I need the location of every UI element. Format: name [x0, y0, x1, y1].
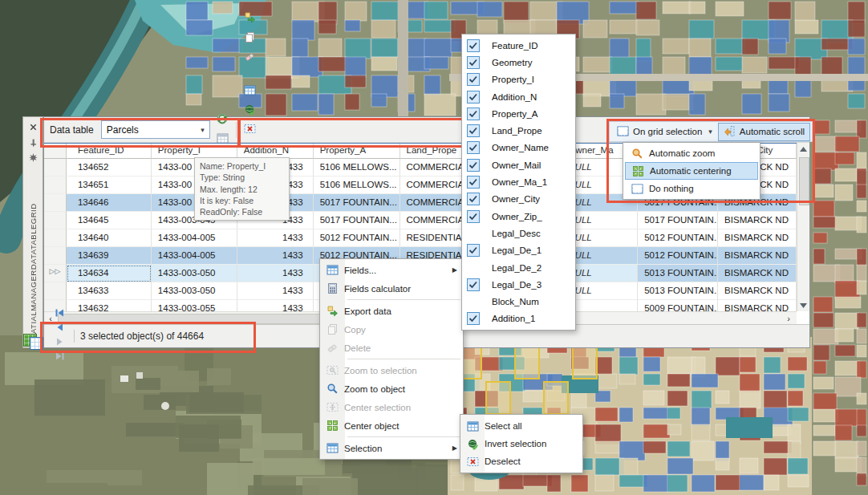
checkbox-checked-icon[interactable]: [467, 210, 480, 223]
refresh-globe-button[interactable]: [213, 111, 232, 130]
cell-property_i[interactable]: 1433-004-005: [152, 247, 237, 265]
go-first-button[interactable]: [51, 307, 68, 322]
field-list-item[interactable]: Land_Prope: [462, 122, 575, 139]
context-menu-item-delete[interactable]: Delete: [320, 339, 463, 357]
cell-property_i[interactable]: 1433-003-050: [152, 265, 237, 282]
row-indicator[interactable]: [44, 176, 67, 194]
checkbox-checked-icon[interactable]: [467, 176, 480, 189]
zoom-globe-button[interactable]: [241, 101, 259, 120]
checkbox-checked-icon[interactable]: [467, 278, 480, 291]
checkbox-checked-icon[interactable]: [467, 73, 480, 86]
cell-addition_n[interactable]: 1433: [237, 300, 314, 311]
cell-feature_id[interactable]: 134639: [67, 247, 152, 265]
checkbox-unchecked-icon[interactable]: [467, 295, 480, 308]
cell-owner_addr[interactable]: 5013 FOUNTAIN...: [638, 282, 718, 300]
cell-property_a[interactable]: 5106 MELLOWS...: [314, 159, 400, 176]
automatic-scroll-button[interactable]: Automatic scroll: [718, 123, 810, 141]
field-list-item[interactable]: Owner_Name: [462, 140, 575, 156]
cell-feature_id[interactable]: 134633: [67, 282, 152, 300]
cell-feature_id[interactable]: 134640: [67, 229, 152, 247]
scroll-up-icon[interactable]: [797, 143, 809, 155]
checkbox-unchecked-icon[interactable]: [467, 262, 480, 274]
checkbox-checked-icon[interactable]: [467, 39, 480, 52]
field-list-item[interactable]: Block_Num: [462, 293, 575, 310]
scroll-down-icon[interactable]: [797, 299, 809, 311]
cell-property_a[interactable]: 5017 FOUNTAIN...: [314, 212, 400, 229]
col-header-feature_id[interactable]: Feature_ID: [67, 144, 152, 159]
export-data-button[interactable]: [241, 10, 259, 29]
delete-eraser-button[interactable]: [241, 48, 259, 67]
context-menu-item-zoom-to-selection[interactable]: Zoom to selection: [320, 361, 463, 379]
cell-feature_id[interactable]: 134646: [67, 194, 152, 212]
deselect-button[interactable]: [241, 120, 259, 140]
cell-owner_city[interactable]: BISMARCK ND: [718, 247, 797, 265]
field-list-item[interactable]: Legal_De_2: [462, 259, 575, 276]
context-menu-item-export-data[interactable]: Export data: [320, 302, 463, 320]
submenu-item-select-all[interactable]: Select all: [460, 417, 582, 435]
context-menu-item-fields[interactable]: Fields...▶: [320, 261, 463, 279]
cell-owner_addr[interactable]: 5012 FOUNTAIN...: [638, 229, 718, 247]
checkbox-checked-icon[interactable]: [467, 312, 480, 325]
checkbox-checked-icon[interactable]: [467, 124, 480, 137]
row-indicator[interactable]: [44, 212, 67, 229]
checkbox-checked-icon[interactable]: [467, 108, 480, 120]
field-list-item[interactable]: Legal_Desc: [462, 225, 575, 241]
row-indicator[interactable]: [44, 282, 67, 300]
on-grid-selection-button[interactable]: On grid selection ▾: [611, 123, 718, 141]
field-list-item[interactable]: Property_A: [462, 105, 575, 122]
go-next-button[interactable]: [51, 336, 68, 351]
cell-owner_city[interactable]: BISMARCK ND: [718, 229, 797, 247]
cell-addition_n[interactable]: 1433: [237, 265, 314, 282]
cell-addition_n[interactable]: 1433: [237, 229, 314, 247]
cell-feature_id[interactable]: 134632: [67, 300, 152, 311]
copy-button[interactable]: [241, 29, 259, 48]
field-list-item[interactable]: Legal_De_3: [462, 276, 575, 293]
scroll-right-icon[interactable]: ›: [782, 312, 795, 324]
checkbox-checked-icon[interactable]: [467, 159, 480, 172]
go-last-button[interactable]: [51, 351, 68, 365]
cell-property_a[interactable]: 5106 MELLOWS...: [314, 176, 400, 194]
cell-owner_addr[interactable]: 5012 FOUNTAIN...: [638, 247, 718, 265]
table-view-button[interactable]: [241, 82, 259, 101]
context-menu-item-fields-calculator[interactable]: Fields calculator: [320, 279, 463, 298]
field-list-item[interactable]: Owner_Ma_1: [462, 173, 575, 190]
cell-owner_addr[interactable]: 5009 FOUNTAIN...: [638, 300, 718, 311]
cell-addition_n[interactable]: 1433: [237, 282, 314, 300]
cell-owner_city[interactable]: BISMARCK ND: [718, 212, 797, 229]
row-indicator[interactable]: [44, 159, 67, 176]
context-menu-item-center-selection[interactable]: Center selection: [320, 398, 463, 416]
vertical-scrollbar[interactable]: [797, 143, 809, 311]
submenu-item-deselect[interactable]: Deselect: [460, 452, 582, 470]
go-previous-button[interactable]: [51, 322, 68, 336]
context-menu-item-selection[interactable]: Selection▶: [320, 439, 463, 457]
field-list-item[interactable]: Owner_City: [462, 191, 575, 208]
cell-property_a[interactable]: 5017 FOUNTAIN...: [314, 194, 400, 212]
grid-dock-icon[interactable]: [23, 334, 44, 351]
context-menu-item-zoom-to-object[interactable]: Zoom to object: [320, 379, 463, 398]
cell-owner_city[interactable]: BISMARCK ND: [718, 282, 797, 300]
cell-owner_addr[interactable]: 5017 FOUNTAIN...: [638, 212, 718, 229]
grid-selection-option-automatic-zoom[interactable]: Automatic zoom: [625, 144, 758, 162]
field-list-item[interactable]: Addition_1: [462, 310, 575, 327]
checkbox-checked-icon[interactable]: [467, 193, 480, 205]
layer-select[interactable]: Parcels ▾: [101, 120, 210, 139]
pin-icon[interactable]: [26, 136, 39, 148]
cell-feature_id[interactable]: 134651: [67, 176, 152, 194]
cell-feature_id[interactable]: 134634: [67, 265, 152, 282]
row-indicator[interactable]: ▷▷: [44, 265, 67, 282]
cell-owner_city[interactable]: BISMARCK ND: [718, 300, 797, 311]
field-list-item[interactable]: Owner_Mail: [462, 156, 575, 173]
grid-selection-option-do-nothing[interactable]: Do nothing: [625, 180, 758, 197]
cell-property_a[interactable]: 5012 FOUNTAIN...: [314, 229, 400, 247]
col-header-property_a[interactable]: Property_A: [314, 144, 400, 159]
row-indicator[interactable]: [44, 229, 67, 247]
field-list-item[interactable]: Property_I: [462, 71, 575, 88]
checkbox-unchecked-icon[interactable]: [467, 227, 480, 240]
field-list-item[interactable]: Feature_ID: [462, 37, 575, 54]
settings-gear-icon[interactable]: [26, 152, 39, 164]
field-list-item[interactable]: Legal_De_1: [462, 242, 575, 259]
checkbox-checked-icon[interactable]: [467, 244, 480, 257]
submenu-item-invert-selection[interactable]: Invert selection: [460, 435, 582, 452]
cell-feature_id[interactable]: 134645: [67, 212, 152, 229]
grid-selection-option-automatic-centering[interactable]: Automatic centering: [625, 162, 758, 180]
